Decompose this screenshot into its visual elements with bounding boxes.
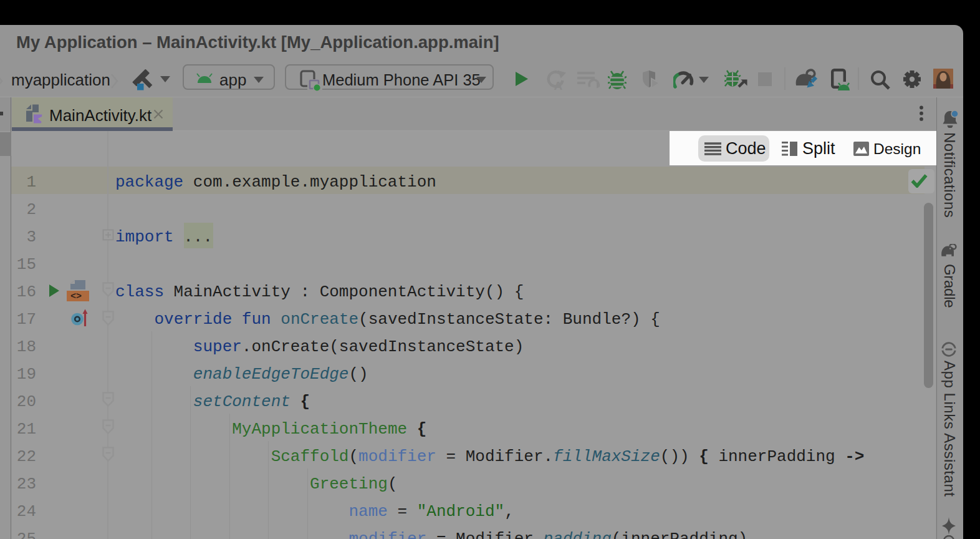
svg-text:A: A [554, 79, 563, 90]
svg-text:<>: <> [70, 291, 82, 301]
